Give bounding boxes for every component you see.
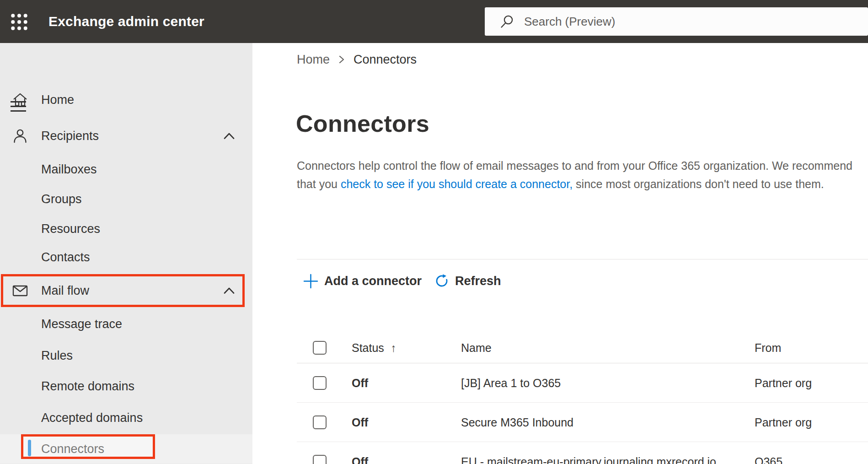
row-from: Partner org	[755, 376, 812, 389]
row-from: Partner org	[755, 415, 812, 429]
app-launcher-icon	[11, 13, 28, 31]
table-row[interactable]: Off Secure M365 Inbound Partner org	[297, 403, 868, 442]
sidebar-item-remote-domains[interactable]: Remote domains	[0, 372, 252, 401]
row-name: Secure M365 Inbound	[461, 415, 573, 429]
toolbar-divider	[297, 259, 868, 259]
create-connector-check-link[interactable]: check to see if you should create a conn…	[341, 178, 573, 190]
row-name: [JB] Area 1 to O365	[461, 376, 561, 389]
table-row[interactable]: Off [JB] Area 1 to O365 Partner org	[297, 363, 868, 403]
person-icon	[12, 128, 28, 144]
selected-indicator	[28, 440, 31, 456]
chevron-up-icon	[223, 286, 236, 295]
sidebar-item-mailboxes[interactable]: Mailboxes	[0, 155, 252, 184]
sidebar-item-rules[interactable]: Rules	[0, 341, 252, 370]
sidebar-item-recipients[interactable]: Recipients	[0, 121, 252, 151]
row-name: EU - mailstream-eu-primary.journaling.mx…	[461, 455, 716, 464]
column-header-from[interactable]: From	[755, 341, 781, 354]
sidebar-item-mail-flow[interactable]: Mail flow	[0, 276, 252, 305]
row-status: Off	[352, 376, 368, 389]
sidebar-item-resources[interactable]: Resources	[0, 214, 252, 243]
app-launcher-button[interactable]	[7, 10, 31, 34]
description-text-after: since most organizations don't need to u…	[573, 178, 824, 190]
sidebar-item-contacts[interactable]: Contacts	[0, 243, 252, 272]
breadcrumb-home-link[interactable]: Home	[297, 53, 330, 67]
sort-ascending-icon[interactable]: ↑	[391, 341, 396, 354]
table-row[interactable]: Off EU - mailstream-eu-primary.journalin…	[297, 442, 868, 464]
select-all-checkbox[interactable]	[313, 341, 327, 355]
row-status: Off	[352, 455, 368, 464]
table-header: Status ↑ Name From	[297, 332, 868, 363]
row-checkbox[interactable]	[313, 376, 327, 390]
sidebar-item-groups[interactable]: Groups	[0, 184, 252, 214]
sidebar-item-home[interactable]: Home	[0, 85, 252, 114]
breadcrumb-current: Connectors	[354, 53, 417, 67]
sidebar-item-connectors[interactable]: Connectors	[0, 434, 252, 464]
row-checkbox[interactable]	[313, 455, 327, 464]
page-title: Connectors	[296, 110, 429, 137]
command-bar: Add a connector Refresh	[303, 270, 501, 292]
chevron-up-icon	[223, 132, 236, 140]
sidebar-item-accepted-domains[interactable]: Accepted domains	[0, 403, 252, 432]
sidebar-nav: Home Recipients Mailboxes Groups Resourc…	[0, 43, 252, 464]
home-icon	[12, 92, 28, 108]
exchange-admin-center: Exchange admin center Home Reci	[0, 0, 868, 464]
add-connector-button[interactable]: Add a connector	[303, 274, 422, 289]
refresh-button[interactable]: Refresh	[434, 274, 501, 288]
row-checkbox[interactable]	[313, 415, 327, 429]
breadcrumb: Home Connectors	[297, 51, 417, 68]
mail-icon	[12, 282, 28, 299]
sidebar-item-message-trace[interactable]: Message trace	[0, 309, 252, 339]
app-title: Exchange admin center	[48, 0, 204, 43]
refresh-icon	[434, 274, 449, 288]
column-header-status[interactable]: Status	[352, 341, 384, 354]
column-header-name[interactable]: Name	[461, 341, 492, 354]
chevron-right-icon	[338, 54, 345, 65]
search-input[interactable]	[485, 7, 868, 36]
plus-icon	[303, 274, 318, 289]
row-status: Off	[352, 415, 368, 429]
row-from: O365	[755, 455, 782, 464]
search-box	[485, 7, 868, 36]
main-content: Home Connectors Connectors Connectors he…	[252, 43, 868, 464]
topbar: Exchange admin center	[0, 0, 868, 43]
page-description: Connectors help control the flow of emai…	[297, 156, 860, 193]
